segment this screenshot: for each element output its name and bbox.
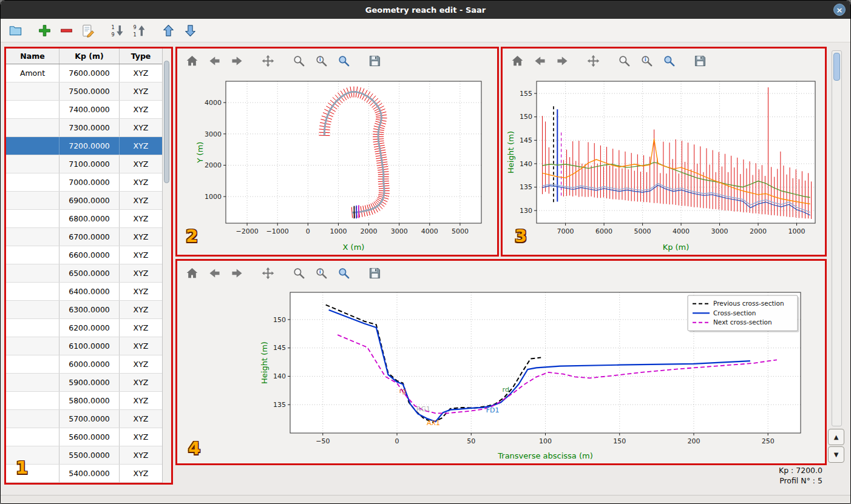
table-row[interactable]: 6800.0000XYZ	[6, 210, 162, 228]
zoom-info-button[interactable]: i	[638, 52, 655, 69]
next-profile-button[interactable]: ▼	[828, 446, 844, 463]
table-header: Name Kp (m) Type	[6, 49, 162, 64]
plot-annotation: FD1	[486, 406, 500, 414]
cell-name	[6, 465, 59, 482]
arrow-up-blue-icon	[161, 24, 175, 38]
table-row[interactable]: 5800.0000XYZ	[6, 392, 162, 410]
forward-button[interactable]	[228, 52, 245, 69]
table-row[interactable]: 6100.0000XYZ	[6, 337, 162, 355]
table-row[interactable]: 5500.0000XYZ	[6, 446, 162, 465]
table-row[interactable]: 5900.0000XYZ	[6, 374, 162, 392]
zoom-button[interactable]	[615, 52, 632, 69]
zoom-info-button[interactable]: i	[313, 264, 330, 281]
zoom-select-button[interactable]	[335, 264, 352, 281]
pan-button[interactable]	[259, 264, 276, 281]
svg-text:1: 1	[111, 24, 114, 30]
previous-profile-button[interactable]: ▲	[828, 429, 844, 445]
table-row[interactable]: 7200.0000XYZ	[6, 137, 162, 155]
plot-annotation: rg	[399, 387, 406, 395]
zoom-select-icon	[662, 54, 676, 68]
save-button[interactable]	[366, 264, 383, 281]
table-row[interactable]: Amont7600.0000XYZ	[6, 64, 162, 82]
sort-descending-button[interactable]: 91	[131, 22, 148, 39]
cell-name	[6, 210, 59, 227]
table-row[interactable]: 6500.0000XYZ	[6, 264, 162, 283]
forward-icon	[230, 54, 244, 68]
svg-text:200: 200	[687, 437, 700, 445]
window-scrollbar[interactable]	[832, 50, 842, 426]
home-button[interactable]	[183, 264, 200, 281]
zoom-select-button[interactable]	[660, 52, 677, 69]
svg-text:250: 250	[762, 437, 775, 445]
zoom-button[interactable]	[290, 264, 307, 281]
table-row[interactable]: 7000.0000XYZ	[6, 173, 162, 192]
zoom-button[interactable]	[290, 52, 307, 69]
table-row[interactable]: 7300.0000XYZ	[6, 119, 162, 137]
plan-view-plot[interactable]: −2000−1000010002000300040005000100020003…	[177, 73, 497, 255]
cell-name	[6, 137, 59, 155]
table-row[interactable]: 6400.0000XYZ	[6, 283, 162, 301]
move-down-button[interactable]	[181, 22, 199, 39]
table-row[interactable]: 6700.0000XYZ	[6, 228, 162, 246]
plot-toolbar-cross: i	[177, 261, 825, 285]
forward-button[interactable]	[228, 264, 245, 281]
cell-kp: 7100.0000	[59, 155, 120, 173]
cell-type: XYZ	[120, 264, 162, 282]
cell-type: XYZ	[120, 82, 162, 100]
table-row[interactable]: 6900.0000XYZ	[6, 192, 162, 210]
long-profile-plot[interactable]: 7000600050004000300020001000130135140145…	[503, 73, 825, 255]
svg-text:7000: 7000	[557, 227, 574, 235]
table-scrollbar-thumb[interactable]	[164, 61, 169, 183]
y-axis-label: Height (m)	[506, 131, 515, 173]
svg-text:5000: 5000	[634, 227, 651, 235]
sort-ascending-button[interactable]: 19	[109, 22, 126, 39]
svg-text:50: 50	[467, 437, 475, 445]
zoom-select-button[interactable]	[335, 52, 352, 69]
table-row[interactable]: 5400.0000XYZ	[6, 465, 162, 483]
table-row[interactable]: 6200.0000XYZ	[6, 319, 162, 337]
table-row[interactable]: 6600.0000XYZ	[6, 246, 162, 264]
cross-section-plot[interactable]: −50050100150200250135140145150Transverse…	[177, 285, 825, 463]
edit-button[interactable]	[80, 22, 97, 39]
svg-text:2000: 2000	[205, 161, 222, 169]
plot-annotation: AX1	[427, 419, 440, 427]
table-row[interactable]: 6300.0000XYZ	[6, 301, 162, 319]
cell-kp: 5500.0000	[59, 446, 120, 464]
back-button[interactable]	[206, 52, 223, 69]
zoom-icon	[292, 54, 306, 68]
cell-name	[6, 155, 59, 173]
forward-button[interactable]	[554, 52, 571, 69]
cell-type: XYZ	[120, 319, 162, 337]
table-row[interactable]: 6000.0000XYZ	[6, 355, 162, 374]
pan-button[interactable]	[585, 52, 602, 69]
table-row[interactable]: 7100.0000XYZ	[6, 155, 162, 173]
triangle-up-icon: ▲	[834, 434, 839, 440]
move-up-button[interactable]	[160, 22, 177, 39]
cell-type: XYZ	[120, 465, 162, 482]
svg-text:9: 9	[133, 24, 136, 30]
table-row[interactable]: 7400.0000XYZ	[6, 101, 162, 119]
table-row[interactable]: 5600.0000XYZ	[6, 428, 162, 446]
open-button[interactable]	[7, 22, 24, 39]
zoom-info-button[interactable]: i	[313, 52, 330, 69]
table-scrollbar[interactable]	[162, 49, 171, 483]
table-row[interactable]: 7500.0000XYZ	[6, 82, 162, 101]
cell-kp: 7200.0000	[59, 137, 120, 155]
save-button[interactable]	[691, 52, 708, 69]
home-icon	[510, 54, 524, 68]
x-axis-label: Kp (m)	[663, 243, 690, 252]
remove-button[interactable]	[58, 22, 75, 39]
cell-name	[6, 173, 59, 191]
save-button[interactable]	[366, 52, 383, 69]
cell-type: XYZ	[120, 210, 162, 227]
pan-button[interactable]	[259, 52, 276, 69]
window-scrollbar-thumb[interactable]	[833, 53, 840, 81]
back-button[interactable]	[531, 52, 548, 69]
plot-annotation: rd	[503, 386, 509, 394]
home-button[interactable]	[183, 52, 200, 69]
add-button[interactable]	[36, 22, 53, 39]
close-button[interactable]: ×	[833, 4, 846, 16]
table-row[interactable]: 5700.0000XYZ	[6, 410, 162, 428]
back-button[interactable]	[206, 264, 223, 281]
home-button[interactable]	[509, 52, 526, 69]
